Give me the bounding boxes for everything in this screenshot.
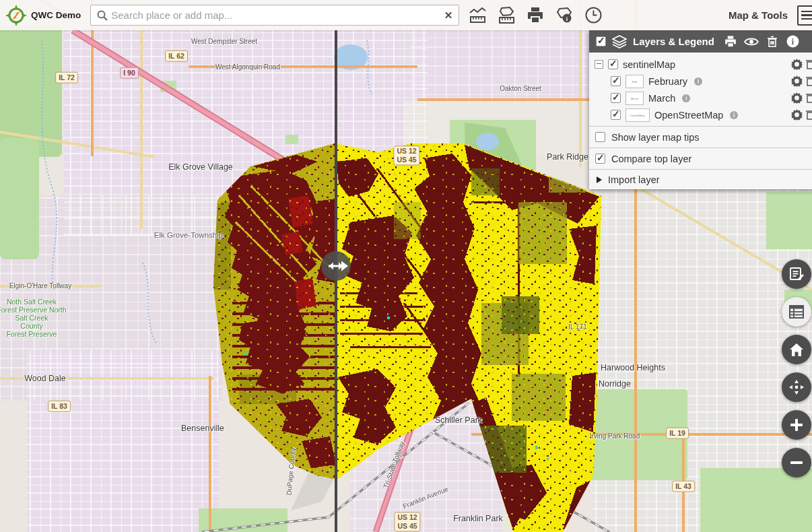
plus-icon — [790, 418, 803, 432]
home-icon — [789, 343, 804, 357]
search-clear-icon[interactable]: ✕ — [438, 9, 459, 22]
zoom-in-button[interactable] — [782, 410, 811, 440]
layer-remove-icon-cutoff[interactable] — [806, 76, 812, 88]
layer-tree: sentinelMap Febr February i — [589, 53, 812, 126]
layer-info-icon[interactable]: i — [730, 111, 738, 119]
layer-remove-icon-cutoff[interactable] — [806, 110, 812, 122]
layers-panel: Layers & Legend — [589, 30, 812, 189]
top-toolbar: QWC Demo ✕ — [0, 0, 812, 30]
layers-master-checkbox[interactable] — [596, 36, 606, 46]
measure-icon[interactable] — [497, 6, 516, 25]
time-manager-icon[interactable] — [584, 6, 603, 25]
layer-settings-gear-icon[interactable] — [791, 75, 803, 89]
identify-region-icon[interactable]: i — [555, 6, 574, 25]
layer-checkbox[interactable] — [611, 93, 621, 103]
compare-layer-label: Compare top layer — [611, 154, 691, 164]
layer-row-openstreetmap[interactable]: OpenStMap OpenStreetMap i — [589, 106, 812, 123]
hamburger-menu-button[interactable] — [797, 5, 812, 26]
attribute-table-button[interactable] — [782, 297, 811, 327]
layer-info-icon[interactable]: i — [694, 77, 702, 86]
menu-area: Map & Tools — [729, 5, 812, 26]
layer-label[interactable]: March — [648, 93, 675, 104]
compare-slider-handle[interactable] — [320, 251, 351, 281]
collapse-expander[interactable] — [595, 60, 603, 69]
map-tips-checkbox[interactable] — [595, 132, 605, 142]
layer-checkbox[interactable] — [611, 110, 621, 120]
trash-icon[interactable] — [765, 34, 780, 49]
layer-settings-gear-icon[interactable] — [791, 92, 803, 106]
layer-remove-icon-cutoff[interactable] — [806, 93, 812, 105]
layers-icon — [612, 35, 627, 48]
layer-checkbox[interactable] — [611, 76, 621, 86]
compare-layer-checkbox[interactable] — [595, 154, 605, 164]
layer-row-march[interactable]: March March i — [589, 90, 812, 106]
show-map-tips-option[interactable]: Show layer map tips — [589, 126, 812, 147]
expand-triangle-icon — [597, 176, 602, 183]
layer-thumbnail: Febr — [625, 75, 644, 88]
qwc-application: West Dempster StreetWest Algonquin RoadO… — [0, 0, 812, 532]
search-box: ✕ — [90, 5, 459, 26]
home-button[interactable] — [782, 335, 811, 364]
print-legend-icon[interactable] — [723, 34, 738, 49]
import-layer-expander[interactable]: Import layer — [589, 169, 812, 189]
locate-button[interactable] — [782, 372, 811, 402]
attribute-table-icon — [789, 305, 804, 319]
layer-thumbnail: OpenStMap — [625, 108, 650, 122]
qwc-compass-icon — [5, 5, 27, 26]
print-icon[interactable] — [526, 6, 545, 25]
app-logo[interactable]: QWC Demo — [0, 5, 90, 26]
layer-row-sentinelmap[interactable]: sentinelMap — [589, 56, 812, 73]
layer-info-icon[interactable]: i — [682, 94, 690, 102]
eye-icon[interactable] — [744, 34, 759, 49]
layer-remove-icon-cutoff[interactable] — [806, 59, 812, 71]
layer-row-february[interactable]: Febr February i — [589, 73, 812, 90]
minus-icon — [790, 456, 803, 469]
layer-label[interactable]: February — [648, 76, 687, 87]
zoom-out-button[interactable] — [782, 448, 811, 477]
import-layer-label: Import layer — [608, 174, 660, 185]
locate-icon — [788, 379, 805, 395]
layer-settings-gear-icon[interactable] — [791, 109, 803, 123]
toolbar-icons: i — [468, 6, 603, 25]
layers-panel-header: Layers & Legend — [589, 30, 812, 53]
report-icon — [789, 267, 804, 281]
layers-panel-title: Layers & Legend — [633, 36, 714, 47]
search-input[interactable] — [108, 9, 438, 21]
search-icon — [96, 9, 108, 22]
app-title: QWC Demo — [31, 10, 81, 20]
compare-top-layer-option[interactable]: Compare top layer — [589, 147, 812, 169]
map-tips-label: Show layer map tips — [611, 132, 700, 143]
height-profile-icon[interactable] — [468, 6, 487, 25]
map-tools-label[interactable]: Map & Tools — [729, 9, 788, 21]
layer-settings-gear-icon[interactable] — [791, 59, 803, 72]
layer-label[interactable]: OpenStreetMap — [654, 110, 723, 121]
layer-label[interactable]: sentinelMap — [623, 59, 675, 70]
layer-thumbnail: March — [625, 92, 644, 105]
layer-checkbox[interactable] — [608, 59, 618, 69]
info-icon[interactable]: i — [786, 34, 801, 49]
report-tool-button[interactable] — [782, 259, 811, 289]
